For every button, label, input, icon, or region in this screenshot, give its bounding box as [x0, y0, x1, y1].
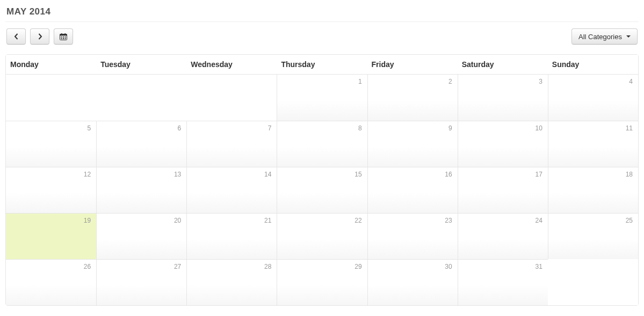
calendar-week-row: 19202122232425 — [6, 213, 638, 259]
day-number: 30 — [445, 263, 452, 270]
prev-button[interactable] — [6, 28, 26, 45]
day-number: 2 — [448, 78, 452, 85]
weekday-header-row: Monday Tuesday Wednesday Thursday Friday… — [6, 55, 638, 75]
day-number: 27 — [174, 263, 181, 270]
day-number: 21 — [264, 217, 271, 224]
calendar-grid: Monday Tuesday Wednesday Thursday Friday… — [5, 54, 639, 306]
calendar-day-cell[interactable]: 2 — [367, 75, 458, 121]
toolbar: All Categories — [5, 28, 639, 45]
day-number: 18 — [626, 171, 633, 178]
day-number: 12 — [84, 171, 91, 178]
calendar-day-cell[interactable]: 6 — [96, 121, 186, 167]
day-number: 10 — [535, 124, 542, 132]
calendar-day-cell[interactable]: 4 — [548, 75, 638, 121]
calendar-day-cell[interactable]: 17 — [458, 167, 548, 213]
day-number: 17 — [535, 171, 542, 178]
calendar-day-cell[interactable]: 31 — [458, 259, 548, 305]
nav-button-group — [6, 28, 73, 45]
svg-rect-7 — [61, 38, 62, 39]
svg-rect-5 — [63, 36, 64, 38]
day-number: 6 — [178, 124, 182, 132]
svg-rect-2 — [61, 33, 62, 35]
chevron-right-icon — [38, 33, 42, 40]
day-number: 4 — [629, 78, 633, 85]
calendar-day-cell[interactable]: 27 — [96, 259, 186, 305]
calendar-day-cell[interactable]: 19 — [6, 213, 96, 259]
day-number: 9 — [448, 124, 452, 132]
today-button[interactable] — [54, 28, 73, 45]
day-number: 25 — [626, 217, 633, 224]
weekday-header: Saturday — [458, 55, 548, 75]
day-number: 24 — [535, 217, 542, 224]
weekday-header: Sunday — [548, 55, 638, 75]
calendar-icon — [60, 33, 67, 40]
day-number: 14 — [264, 171, 271, 178]
day-number: 20 — [174, 217, 181, 224]
calendar-day-cell — [6, 75, 96, 121]
divider — [5, 21, 639, 22]
calendar-day-cell[interactable]: 9 — [367, 121, 458, 167]
calendar-day-cell[interactable]: 3 — [458, 75, 548, 121]
calendar-week-row: 567891011 — [6, 121, 638, 167]
calendar-day-cell[interactable]: 11 — [548, 121, 638, 167]
svg-rect-1 — [60, 34, 67, 35]
day-number: 13 — [174, 171, 181, 178]
weekday-header: Monday — [6, 55, 96, 75]
svg-rect-6 — [65, 36, 66, 38]
day-number: 31 — [535, 263, 542, 270]
calendar-day-cell[interactable]: 22 — [277, 213, 367, 259]
next-button[interactable] — [30, 28, 49, 45]
day-number: 15 — [354, 171, 361, 178]
calendar-day-cell — [548, 259, 638, 305]
svg-rect-8 — [63, 38, 64, 39]
day-number: 8 — [358, 124, 362, 132]
calendar-day-cell[interactable]: 20 — [96, 213, 186, 259]
calendar-day-cell[interactable]: 28 — [186, 259, 277, 305]
day-number: 16 — [445, 171, 452, 178]
calendar-day-cell[interactable]: 10 — [458, 121, 548, 167]
day-number: 29 — [354, 263, 361, 270]
calendar-day-cell[interactable]: 29 — [277, 259, 367, 305]
calendar-day-cell[interactable]: 13 — [96, 167, 186, 213]
calendar-day-cell[interactable]: 24 — [458, 213, 548, 259]
calendar-day-cell[interactable]: 25 — [548, 213, 638, 259]
day-number: 7 — [268, 124, 272, 132]
calendar-day-cell — [186, 75, 277, 121]
chevron-left-icon — [14, 33, 19, 40]
day-number: 26 — [84, 263, 91, 270]
day-number: 28 — [264, 263, 271, 270]
day-number: 11 — [626, 124, 633, 132]
calendar-day-cell[interactable]: 18 — [548, 167, 638, 213]
day-number: 19 — [84, 217, 91, 224]
categories-dropdown-label: All Categories — [578, 33, 622, 41]
day-number: 23 — [445, 217, 452, 224]
day-number: 22 — [354, 217, 361, 224]
calendar-day-cell[interactable]: 23 — [367, 213, 458, 259]
calendar-day-cell — [96, 75, 186, 121]
svg-rect-3 — [65, 33, 66, 35]
calendar-day-cell[interactable]: 1 — [277, 75, 367, 121]
day-number: 5 — [87, 124, 91, 132]
calendar-week-row: 12131415161718 — [6, 167, 638, 213]
calendar-day-cell[interactable]: 12 — [6, 167, 96, 213]
svg-rect-4 — [61, 36, 62, 38]
calendar-day-cell[interactable]: 15 — [277, 167, 367, 213]
calendar-day-cell[interactable]: 16 — [367, 167, 458, 213]
calendar-day-cell[interactable]: 30 — [367, 259, 458, 305]
calendar-day-cell[interactable]: 26 — [6, 259, 96, 305]
calendar-week-row: 262728293031 — [6, 259, 638, 305]
weekday-header: Wednesday — [186, 55, 277, 75]
categories-dropdown[interactable]: All Categories — [571, 28, 638, 45]
calendar-title: MAY 2014 — [6, 6, 639, 17]
calendar-week-row: 1234 — [6, 75, 638, 121]
weekday-header: Friday — [367, 55, 458, 75]
day-number: 3 — [539, 78, 542, 85]
calendar-day-cell[interactable]: 5 — [6, 121, 96, 167]
weekday-header: Thursday — [277, 55, 367, 75]
weekday-header: Tuesday — [96, 55, 186, 75]
calendar-day-cell[interactable]: 7 — [186, 121, 277, 167]
calendar-day-cell[interactable]: 14 — [186, 167, 277, 213]
svg-rect-9 — [65, 38, 66, 39]
calendar-day-cell[interactable]: 8 — [277, 121, 367, 167]
calendar-day-cell[interactable]: 21 — [186, 213, 277, 259]
